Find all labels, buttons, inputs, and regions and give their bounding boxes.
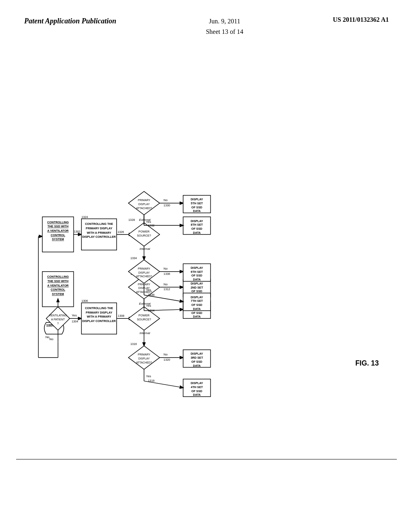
svg-text:CONTROLLING: CONTROLLING [47,220,69,224]
svg-text:1326: 1326 [117,230,124,234]
figure-label: FIG. 13 [355,359,379,367]
svg-text:PRIMARY: PRIMARY [138,267,150,270]
svg-text:OF SSD: OF SSD [192,360,202,364]
svg-text:PRIMARY DISPLAY: PRIMARY DISPLAY [86,227,113,230]
sheet-info: Sheet 13 of 14 [206,28,243,35]
svg-text:DATA: DATA [193,231,201,235]
svg-text:CONTROL: CONTROL [51,288,65,291]
svg-text:SOURCE?: SOURCE? [137,318,151,321]
publication-title: Patent Application Publication [24,16,116,26]
svg-text:Yes: Yes [146,374,151,378]
svg-text:CONTROLLING THE: CONTROLLING THE [85,222,113,226]
svg-text:OF SSD: OF SSD [192,303,202,307]
page-border [16,459,397,459]
svg-text:CONTROLLING THE: CONTROLLING THE [85,306,113,310]
svg-text:DISPLAY: DISPLAY [191,352,203,355]
svg-text:1308: 1308 [118,314,124,318]
svg-text:No: No [164,267,168,270]
svg-text:No: No [46,335,50,339]
svg-text:DISPLAY: DISPLAY [138,357,150,360]
header-date-sheet: Jun. 9, 2011 Sheet 13 of 14 [206,16,243,37]
svg-text:THE SSD WITH: THE SSD WITH [48,279,69,283]
svg-text:8TH SET: 8TH SET [191,223,203,227]
svg-text:DATA: DATA [193,315,201,318]
svg-text:No: No [164,198,168,202]
patent-number: US 2011/0132362 A1 [333,16,389,23]
svg-text:1334: 1334 [130,256,137,260]
svg-text:1322: 1322 [46,324,52,327]
svg-text:WITH A PRIMARY: WITH A PRIMARY [87,231,111,235]
svg-text:1304: 1304 [72,320,78,323]
svg-text:CONTROLLING: CONTROLLING [47,275,69,278]
svg-text:3RD SET: 3RD SET [191,356,203,360]
svg-text:DISPLAY CONTROLLER: DISPLAY CONTROLLER [82,235,116,239]
svg-text:ATTACHED?: ATTACHED? [136,275,152,278]
svg-text:DATA: DATA [193,364,201,368]
svg-text:Internal: Internal [140,331,150,335]
svg-text:WITH A PRIMARY: WITH A PRIMARY [87,315,111,318]
svg-text:1324: 1324 [81,215,88,219]
svg-text:DATA: DATA [193,393,201,397]
svg-text:Yes: Yes [72,314,77,317]
svg-text:A VENTILATOR: A VENTILATOR [47,284,69,287]
svg-text:OF SSD: OF SSD [192,227,202,231]
svg-text:POWER: POWER [138,230,149,233]
svg-text:4TH SET: 4TH SET [191,385,203,389]
svg-text:1328: 1328 [128,218,135,222]
svg-text:OF SSD: OF SSD [192,206,202,209]
svg-text:DISPLAY: DISPLAY [138,203,150,206]
svg-text:DISPLAY: DISPLAY [191,266,203,270]
svg-text:No: No [49,337,53,341]
svg-text:1312: 1312 [164,287,170,291]
svg-text:DATA: DATA [193,307,201,311]
svg-text:Yes: Yes [146,288,151,292]
svg-text:OF SSD: OF SSD [192,389,202,393]
svg-text:1316: 1316 [130,342,137,346]
svg-text:THE SSD WITH: THE SSD WITH [48,224,69,228]
svg-text:A PATIENT: A PATIENT [51,318,65,321]
svg-text:No: No [164,283,168,286]
flowchart-diagram: 1300 CONTROLLING THE SSD WITH A VENTILAT… [24,60,397,451]
svg-text:DISPLAY: DISPLAY [191,197,203,201]
svg-text:DISPLAY CONTROLLER: DISPLAY CONTROLLER [82,319,116,323]
svg-text:?: ? [57,322,59,325]
svg-text:OF SSD: OF SSD [192,311,202,315]
svg-text:OF SSD: OF SSD [192,289,202,293]
svg-text:DISPLAY: DISPLAY [138,271,150,274]
svg-text:5TH SET: 5TH SET [191,202,203,205]
page-header: Patent Application Publication Jun. 9, 2… [0,16,413,37]
svg-text:1302: 1302 [74,230,80,233]
svg-text:7TH SET: 7TH SET [191,299,203,303]
svg-text:PRIMARY DISPLAY: PRIMARY DISPLAY [86,311,113,314]
svg-text:CONTROL: CONTROL [51,233,65,237]
publication-date: Jun. 9, 2011 [209,18,240,25]
svg-text:No: No [164,353,168,356]
svg-text:1330: 1330 [164,204,170,207]
svg-text:DATA: DATA [193,209,201,213]
svg-text:SYSTEM: SYSTEM [52,292,64,296]
svg-line-149 [144,295,183,301]
svg-line-77 [144,381,183,387]
svg-text:SOURCE?: SOURCE? [137,234,151,237]
svg-text:DISPLAY: DISPLAY [191,381,203,385]
svg-text:Yes: Yes [146,304,151,308]
svg-text:VENTILATING: VENTILATING [49,314,67,317]
svg-text:1336: 1336 [164,272,170,276]
svg-text:6TH SET: 6TH SET [191,270,203,274]
svg-text:1320: 1320 [164,358,170,362]
svg-text:A VENTILATOR: A VENTILATOR [47,229,69,233]
svg-text:Internal: Internal [140,247,150,251]
svg-text:DISPLAY: DISPLAY [191,295,203,299]
svg-text:DISPLAY: DISPLAY [191,282,203,285]
svg-text:DISPLAY: DISPLAY [191,219,203,223]
svg-text:POWER: POWER [138,314,149,317]
svg-text:Yes: Yes [146,220,151,224]
svg-text:1306: 1306 [81,299,88,303]
svg-text:PRIMARY: PRIMARY [138,353,150,356]
svg-text:2ND SET: 2ND SET [191,286,203,289]
svg-text:ATTACHED?: ATTACHED? [136,361,152,364]
svg-text:PRIMARY: PRIMARY [138,199,150,202]
svg-text:OF SSD: OF SSD [192,274,202,277]
svg-text:ATTACHED?: ATTACHED? [136,207,152,210]
svg-text:DATA: DATA [193,278,201,281]
